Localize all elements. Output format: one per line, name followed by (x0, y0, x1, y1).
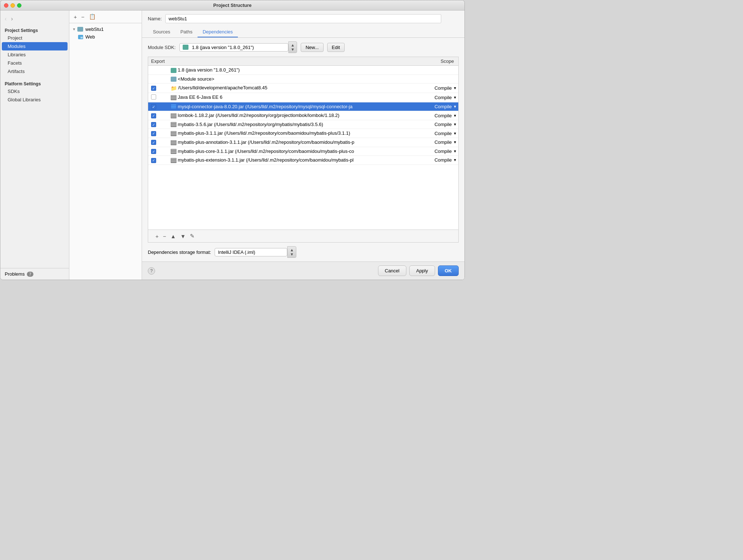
tree-item-webstu1[interactable]: ▼ webStu1 (69, 25, 142, 33)
scope-dropdown[interactable]: Compile ▼ (434, 122, 457, 127)
cancel-button[interactable]: Cancel (378, 265, 406, 276)
scope-dropdown[interactable]: Compile ▼ (434, 139, 457, 145)
dependency-name: mybatis-3.5.6.jar (/Users/lld/.m2/reposi… (178, 122, 323, 127)
copy-module-button[interactable]: 📋 (88, 13, 97, 21)
jar-icon (171, 149, 176, 154)
sidebar-item-modules[interactable]: Modules (2, 42, 68, 50)
sidebar-item-global-libraries[interactable]: Global Libraries (0, 96, 69, 104)
scope-dropdown[interactable]: Compile ▼ (434, 85, 457, 91)
module-panel: + − 📋 ▼ webStu1 W Web (69, 11, 142, 280)
tree-item-web[interactable]: W Web (69, 33, 142, 41)
sdk-row: Module SDK: 1.8 (java version "1.8.0_261… (142, 38, 464, 57)
add-dep-button[interactable]: + (154, 232, 160, 240)
edit-dep-button[interactable]: ✎ (188, 232, 196, 240)
expand-icon: ▼ (72, 27, 76, 31)
scope-dropdown[interactable]: Compile ▼ (434, 113, 457, 118)
window-controls[interactable] (4, 3, 21, 8)
help-button[interactable]: ? (148, 267, 155, 275)
java-sdk-icon (183, 45, 188, 50)
jar-icon (171, 131, 176, 136)
dependency-checkbox[interactable] (151, 94, 156, 100)
dependency-checkbox[interactable] (151, 122, 156, 127)
dependency-name: mybatis-plus-core-3.1.1.jar (/Users/lld/… (178, 149, 354, 154)
table-row[interactable]: mysql-connector-java-8.0.20.jar (/Users/… (148, 102, 458, 111)
problems-badge: 7 (27, 272, 33, 277)
dependency-name: <Module source> (178, 76, 214, 82)
dependencies-table: Export Scope 1.8 (java version "1.8.0_26… (148, 57, 459, 230)
sidebar-item-artifacts[interactable]: Artifacts (0, 67, 69, 76)
dependency-checkbox[interactable] (151, 86, 156, 91)
module-tree: ▼ webStu1 W Web (69, 23, 142, 280)
storage-label: Dependencies storage format: (148, 249, 211, 255)
scope-dropdown[interactable]: Compile ▼ (434, 131, 457, 136)
table-row[interactable]: <Module source> (148, 74, 458, 84)
dependency-name: /Users/lld/development/apacheTomcat8.45 (178, 85, 268, 90)
jar-icon (171, 158, 176, 163)
sidebar-item-label: Facets (8, 60, 22, 66)
move-down-button[interactable]: ▼ (179, 232, 187, 240)
new-sdk-button[interactable]: New... (301, 43, 323, 52)
sidebar-item-project[interactable]: Project (0, 34, 69, 42)
col-export: Export (148, 57, 168, 66)
jar-blue-icon (171, 104, 176, 109)
scope-dropdown[interactable]: Compile ▼ (434, 104, 457, 109)
tab-sources[interactable]: Sources (148, 27, 175, 37)
edit-sdk-button[interactable]: Edit (327, 43, 345, 52)
problems-row[interactable]: Problems 7 (0, 268, 69, 280)
dependency-checkbox[interactable] (151, 104, 156, 109)
storage-dropdown-arrow[interactable]: ▲ ▼ (287, 246, 296, 258)
table-row[interactable]: mybatis-3.5.6.jar (/Users/lld/.m2/reposi… (148, 120, 458, 129)
dependency-checkbox[interactable] (151, 158, 156, 163)
remove-module-button[interactable]: − (80, 13, 86, 21)
storage-row: Dependencies storage format: IntelliJ ID… (142, 243, 464, 261)
close-button[interactable] (4, 3, 8, 8)
sidebar-item-label: Global Libraries (8, 97, 41, 102)
table-row[interactable]: 📁/Users/lld/development/apacheTomcat8.45… (148, 84, 458, 93)
module-toolbar: + − 📋 (69, 11, 142, 23)
sidebar-item-label: Artifacts (8, 69, 25, 74)
sidebar-item-facets[interactable]: Facets (0, 59, 69, 67)
move-up-button[interactable]: ▲ (169, 232, 178, 240)
dependency-checkbox[interactable] (151, 149, 156, 154)
table-row[interactable]: mybatis-plus-3.1.1.jar (/Users/lld/.m2/r… (148, 129, 458, 138)
scope-dropdown[interactable]: Compile ▼ (434, 157, 457, 163)
dependency-checkbox[interactable] (151, 113, 156, 118)
scope-dropdown[interactable]: Compile ▼ (434, 95, 457, 100)
minimize-button[interactable] (11, 3, 15, 8)
remove-dep-button[interactable]: − (162, 232, 168, 240)
table-row[interactable]: 1.8 (java version "1.8.0_261") (148, 66, 458, 75)
sidebar-item-sdks[interactable]: SDKs (0, 87, 69, 96)
table-row[interactable]: mybatis-plus-core-3.1.1.jar (/Users/lld/… (148, 147, 458, 156)
apply-button[interactable]: Apply (409, 265, 435, 276)
add-module-button[interactable]: + (72, 13, 78, 21)
folder-module-icon (77, 27, 83, 32)
col-name (168, 57, 423, 66)
table-row[interactable]: lombok-1.18.2.jar (/Users/lld/.m2/reposi… (148, 111, 458, 120)
dependency-checkbox[interactable] (151, 140, 156, 145)
storage-dropdown[interactable]: IntelliJ IDEA (.iml) (215, 248, 287, 256)
platform-settings-label: Platform Settings (0, 79, 69, 87)
sdk-label: Module SDK: (148, 45, 176, 50)
forward-button[interactable]: › (9, 15, 14, 23)
table-row[interactable]: mybatis-plus-extension-3.1.1.jar (/Users… (148, 156, 458, 165)
ok-button[interactable]: OK (438, 265, 459, 276)
table-row[interactable]: Java EE 6-Java EE 6Compile ▼ (148, 93, 458, 102)
sidebar-item-libraries[interactable]: Libraries (0, 50, 69, 59)
sdk-dropdown-arrow[interactable]: ▲ ▼ (288, 41, 297, 53)
scope-dropdown[interactable]: Compile ▼ (434, 149, 457, 154)
table-row[interactable]: mybatis-plus-annotation-3.1.1.jar (/User… (148, 138, 458, 147)
content-area: Name: Sources Paths Dependencies Module … (142, 11, 464, 280)
tab-paths[interactable]: Paths (175, 27, 198, 37)
module-source-icon (171, 77, 176, 82)
back-button[interactable]: ‹ (3, 15, 8, 23)
maximize-button[interactable] (17, 3, 21, 8)
problems-label: Problems (5, 271, 25, 277)
dependency-checkbox[interactable] (151, 131, 156, 136)
sdk-dropdown[interactable]: 1.8 (java version "1.8.0_261") (179, 43, 288, 52)
name-row: Name: (142, 11, 464, 27)
sidebar-item-label: SDKs (8, 89, 20, 94)
sidebar-item-label: Modules (8, 44, 25, 49)
java-icon (171, 68, 176, 73)
tab-dependencies[interactable]: Dependencies (198, 27, 238, 37)
name-input[interactable] (165, 14, 441, 23)
